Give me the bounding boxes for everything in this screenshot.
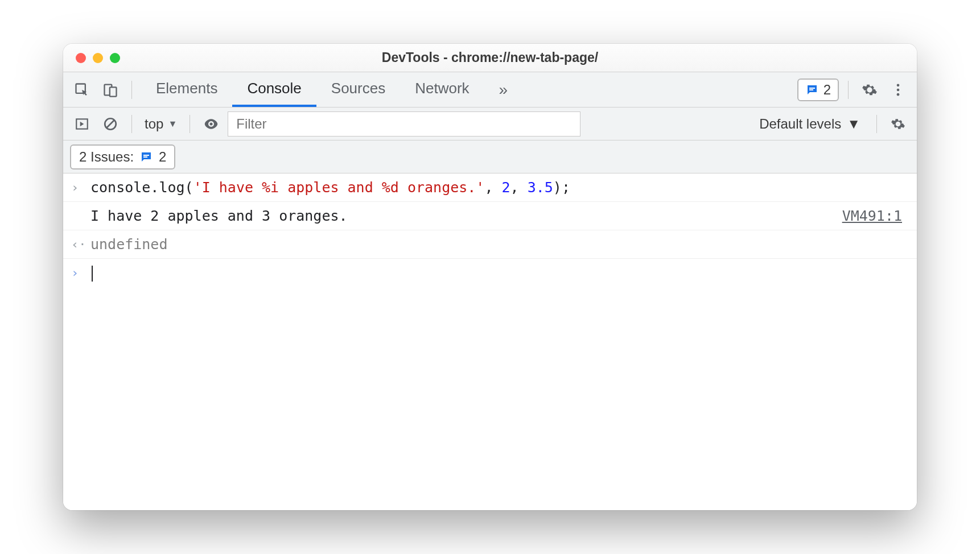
svg-rect-2 [110,87,117,96]
source-link[interactable]: VM491:1 [842,208,909,224]
svg-rect-12 [143,155,149,156]
dropdown-triangle-icon: ▼ [168,119,177,129]
divider [848,81,849,99]
console-input-row: › console.log('I have %i apples and %d o… [63,173,917,202]
divider [876,115,877,133]
minimize-window-button[interactable] [93,53,103,63]
clear-console-icon[interactable] [98,112,122,136]
zoom-window-button[interactable] [110,53,120,63]
svg-rect-4 [809,89,813,90]
issues-icon [805,83,819,97]
settings-button[interactable] [858,78,882,102]
more-options-button[interactable] [886,78,910,102]
panel-tabs: Elements Console Sources Network [141,72,484,107]
filter-input[interactable] [228,111,580,137]
device-toolbar-icon[interactable] [98,78,122,102]
issues-chip-count: 2 [159,149,166,165]
more-tabs-button[interactable]: » [489,81,518,99]
log-levels-selector[interactable]: Default levels ▼ [752,116,867,132]
svg-rect-13 [143,156,147,158]
issues-badge[interactable]: 2 [797,78,839,101]
issues-chip[interactable]: 2 Issues: 2 [70,144,175,169]
svg-point-6 [897,88,900,91]
console-output-text: I have 2 apples and 3 oranges. [90,208,842,224]
execution-context-selector[interactable]: top ▼ [141,116,180,132]
console-output-row: I have 2 apples and 3 oranges. VM491:1 [63,202,917,230]
main-tabstrip: Elements Console Sources Network » 2 [63,72,917,108]
window-title: DevTools - chrome://new-tab-page/ [63,50,917,65]
inspect-element-icon[interactable] [70,78,94,102]
tab-elements[interactable]: Elements [141,72,232,107]
issues-bar: 2 Issues: 2 [63,140,917,173]
svg-rect-3 [809,88,815,89]
dropdown-triangle-icon: ▼ [847,116,860,132]
issues-chip-label: 2 Issues: [79,149,134,165]
issues-icon [139,150,153,164]
levels-label: Default levels [759,116,841,132]
output-gutter [71,208,90,209]
traffic-lights [63,53,120,63]
titlebar: DevTools - chrome://new-tab-page/ [63,44,917,72]
return-chevron-icon: ‹· [71,236,90,251]
text-cursor [92,266,93,282]
console-prompt-row[interactable]: › [63,259,917,287]
live-expression-icon[interactable] [199,112,223,136]
console-output: › console.log('I have %i apples and %d o… [63,173,917,510]
input-chevron-icon: › [71,179,90,195]
console-settings-button[interactable] [886,112,910,136]
toggle-sidebar-icon[interactable] [70,112,94,136]
svg-point-7 [897,93,900,96]
tab-console[interactable]: Console [232,72,316,107]
issues-count: 2 [823,82,831,98]
console-input-code: console.log('I have %i apples and %d ora… [90,179,909,196]
divider [190,115,190,133]
console-return-value: undefined [90,236,909,253]
divider [131,115,132,133]
svg-point-11 [210,122,213,125]
close-window-button[interactable] [76,53,86,63]
console-return-row: ‹· undefined [63,230,917,259]
devtools-window: DevTools - chrome://new-tab-page/ Elemen… [63,44,917,510]
tab-network[interactable]: Network [400,72,484,107]
context-label: top [145,116,163,132]
svg-point-5 [897,84,900,86]
svg-line-10 [107,120,114,127]
tab-sources[interactable]: Sources [316,72,400,107]
divider [131,81,132,99]
prompt-chevron-icon: › [71,264,90,280]
console-toolbar: top ▼ Default levels ▼ [63,108,917,140]
console-prompt-input[interactable] [90,264,909,282]
